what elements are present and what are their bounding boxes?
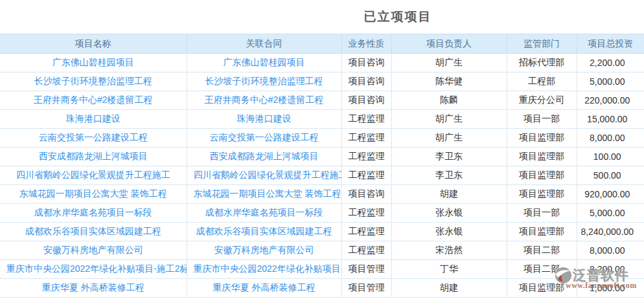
column-header-project-name: 项目名称 xyxy=(0,34,187,54)
table-row: 成都欢乐谷项目实体区域园建工程成都欢乐谷项目实体区域园建工程工程监理张永银项目监… xyxy=(0,223,644,241)
investment-cell: 920,000.00 xyxy=(577,185,644,204)
project-name-link[interactable]: 四川省鹅岭公园绿化景观提升工程施工 xyxy=(16,170,170,180)
type-cell: 工程监理 xyxy=(341,241,391,260)
project-name-link[interactable]: 珠海港口建设 xyxy=(66,113,121,124)
related-contract-link[interactable]: 成都欢乐谷项目实体区域园建工程 xyxy=(196,226,332,236)
projects-table: 项目名称 关联合同 业务性质 项目负责人 监管部门 项目总投资 广东佛山碧桂园项… xyxy=(0,34,644,298)
related-contract-link[interactable]: 云南交投第一公路建设工程 xyxy=(210,132,319,142)
type-cell: 工程监理 xyxy=(341,223,391,241)
table-header: 项目名称 关联合同 业务性质 项目负责人 监管部门 项目总投资 xyxy=(0,34,644,54)
department-cell: 项目监理部 xyxy=(507,185,577,204)
investment-cell: 5,000.00 xyxy=(577,72,644,91)
department-cell: 项目一部 xyxy=(507,204,577,223)
manager-cell: 胡建 xyxy=(391,279,507,298)
related-contract-link[interactable]: 珠海港口建设 xyxy=(237,113,292,124)
manager-cell: 张永银 xyxy=(391,223,507,241)
table-row: 珠海港口建设珠海港口建设工程监理胡广生项目一部15,000.00 xyxy=(0,110,644,129)
approved-projects-page: 已立项项目 项目名称 关联合同 业务性质 项目负责人 监管部门 项目总投资 广东… xyxy=(0,0,644,299)
contract-cell: 四川省鹅岭公园绿化景观提升工程施工 xyxy=(187,166,341,185)
project-name-link[interactable]: 广东佛山碧桂园项目 xyxy=(52,57,134,67)
column-header-related-contract: 关联合同 xyxy=(187,34,341,54)
table-row: 王府井商务中心#2楼遗留工程王府井商务中心#2楼遗留工程项目咨询陈麟重庆分公司2… xyxy=(0,91,644,110)
project-name-link[interactable]: 东城花园一期项目公寓大堂 装饰工程 xyxy=(19,188,167,199)
related-contract-link[interactable]: 重庆华夏 外高桥装修工程 xyxy=(213,282,316,293)
name-cell: 广东佛山碧桂园项目 xyxy=(0,54,187,72)
table-row: 安徽万科房地产有限公司安徽万科房地产有限公司工程监理宋浩然项目二部8,000.0… xyxy=(0,241,644,260)
table-row: 长沙坡子街环境整治监理工程长沙坡子街环境整治监理工程项目咨询陈华健工程部5,00… xyxy=(0,72,644,91)
department-cell: 项目监理部 xyxy=(507,148,577,166)
investment-cell: 220,000.00 xyxy=(577,91,644,110)
investment-cell: 100.00 xyxy=(577,148,644,166)
investment-cell: 8,000.00 xyxy=(577,129,644,148)
manager-cell: 李卫东 xyxy=(391,148,507,166)
table-row: 重庆市中央公园2022年绿化补贴项目-施工2标段重庆市中央公园2022年绿化补贴… xyxy=(0,260,644,279)
project-name-link[interactable]: 重庆市中央公园2022年绿化补贴项目-施工2标段 xyxy=(6,263,187,274)
project-name-link[interactable]: 安徽万科房地产有限公司 xyxy=(43,245,143,255)
related-contract-link[interactable]: 长沙坡子街环境整治监理工程 xyxy=(205,76,323,86)
column-header-business-type: 业务性质 xyxy=(341,34,391,54)
contract-cell: 长沙坡子街环境整治监理工程 xyxy=(187,72,341,91)
department-cell: 重庆分公司 xyxy=(507,91,577,110)
related-contract-link[interactable]: 东城花园一期项目公寓大堂 装饰工程 xyxy=(194,188,341,199)
table-row: 云南交投第一公路建设工程云南交投第一公路建设工程工程监理胡广生项目监理部8,00… xyxy=(0,129,644,148)
related-contract-link[interactable]: 重庆市中央公园2022年绿化补贴项目-施工2标段 xyxy=(194,263,342,274)
manager-cell: 胡广生 xyxy=(391,110,507,129)
contract-cell: 王府井商务中心#2楼遗留工程 xyxy=(187,91,341,110)
name-cell: 云南交投第一公路建设工程 xyxy=(0,129,187,148)
type-cell: 工程监理 xyxy=(341,204,391,223)
name-cell: 安徽万科房地产有限公司 xyxy=(0,241,187,260)
related-contract-link[interactable]: 王府井商务中心#2楼遗留工程 xyxy=(205,94,324,105)
investment-cell: 8,240,000.00 xyxy=(577,223,644,241)
department-cell: 项目监理部 xyxy=(507,223,577,241)
contract-cell: 重庆华夏 外高桥装修工程 xyxy=(187,279,341,298)
project-name-link[interactable]: 成都欢乐谷项目实体区域园建工程 xyxy=(25,226,161,236)
project-name-link[interactable]: 云南交投第一公路建设工程 xyxy=(39,132,148,142)
manager-cell: 胡广生 xyxy=(391,129,507,148)
name-cell: 四川省鹅岭公园绿化景观提升工程施工 xyxy=(0,166,187,185)
column-header-total-investment: 项目总投资 xyxy=(577,34,644,54)
table-row: 西安成都路龙湖上河城项目西安成都路龙湖上河城项目工程监理李卫东项目监理部100.… xyxy=(0,148,644,166)
manager-cell: 胡广生 xyxy=(391,54,507,72)
project-name-link[interactable]: 王府井商务中心#2楼遗留工程 xyxy=(34,94,153,105)
type-cell: 项目管理 xyxy=(341,260,391,279)
table-row: 东城花园一期项目公寓大堂 装饰工程东城花园一期项目公寓大堂 装饰工程项目咨询胡建… xyxy=(0,185,644,204)
project-name-link[interactable]: 长沙坡子街环境整治监理工程 xyxy=(34,76,152,86)
type-cell: 项目咨询 xyxy=(341,91,391,110)
investment-cell: 8,000.00 xyxy=(577,241,644,260)
related-contract-link[interactable]: 四川省鹅岭公园绿化景观提升工程施工 xyxy=(194,170,342,180)
manager-cell: 李卫东 xyxy=(391,166,507,185)
department-cell: 项目监理部 xyxy=(507,129,577,148)
name-cell: 成都水岸华庭名苑项目一标段 xyxy=(0,204,187,223)
related-contract-link[interactable]: 安徽万科房地产有限公司 xyxy=(214,245,314,255)
related-contract-link[interactable]: 西安成都路龙湖上河城项目 xyxy=(210,151,319,161)
table-row: 重庆华夏 外高桥装修工程重庆华夏 外高桥装修工程项目管理胡建项目监理部1,000… xyxy=(0,279,644,298)
manager-cell: 张永银 xyxy=(391,204,507,223)
manager-cell: 胡建 xyxy=(391,185,507,204)
contract-cell: 东城花园一期项目公寓大堂 装饰工程 xyxy=(187,185,341,204)
investment-cell: 2,200.00 xyxy=(577,54,644,72)
header-row: 项目名称 关联合同 业务性质 项目负责人 监管部门 项目总投资 xyxy=(0,34,644,54)
name-cell: 珠海港口建设 xyxy=(0,110,187,129)
investment-cell: 500.00 xyxy=(577,166,644,185)
department-cell: 项目二部 xyxy=(507,260,577,279)
department-cell: 项目监理部 xyxy=(507,279,577,298)
manager-cell: 陈华健 xyxy=(391,72,507,91)
name-cell: 西安成都路龙湖上河城项目 xyxy=(0,148,187,166)
type-cell: 项目咨询 xyxy=(341,72,391,91)
project-name-link[interactable]: 西安成都路龙湖上河城项目 xyxy=(39,151,148,161)
type-cell: 项目管理 xyxy=(341,279,391,298)
type-cell: 项目咨询 xyxy=(341,185,391,204)
related-contract-link[interactable]: 成都水岸华庭名苑项目一标段 xyxy=(205,207,323,217)
manager-cell: 丁华 xyxy=(391,260,507,279)
related-contract-link[interactable]: 广东佛山碧桂园项目 xyxy=(224,57,305,67)
contract-cell: 珠海港口建设 xyxy=(187,110,341,129)
type-cell: 工程监理 xyxy=(341,148,391,166)
name-cell: 东城花园一期项目公寓大堂 装饰工程 xyxy=(0,185,187,204)
column-header-project-manager: 项目负责人 xyxy=(391,34,507,54)
project-name-link[interactable]: 重庆华夏 外高桥装修工程 xyxy=(42,282,144,293)
project-name-link[interactable]: 成都水岸华庭名苑项目一标段 xyxy=(34,207,152,217)
investment-cell: 8,200.00 xyxy=(577,260,644,279)
table-row: 广东佛山碧桂园项目广东佛山碧桂园项目项目咨询胡广生招标代理部2,200.00 xyxy=(0,54,644,72)
name-cell: 成都欢乐谷项目实体区域园建工程 xyxy=(0,223,187,241)
department-cell: 招标代理部 xyxy=(507,54,577,72)
